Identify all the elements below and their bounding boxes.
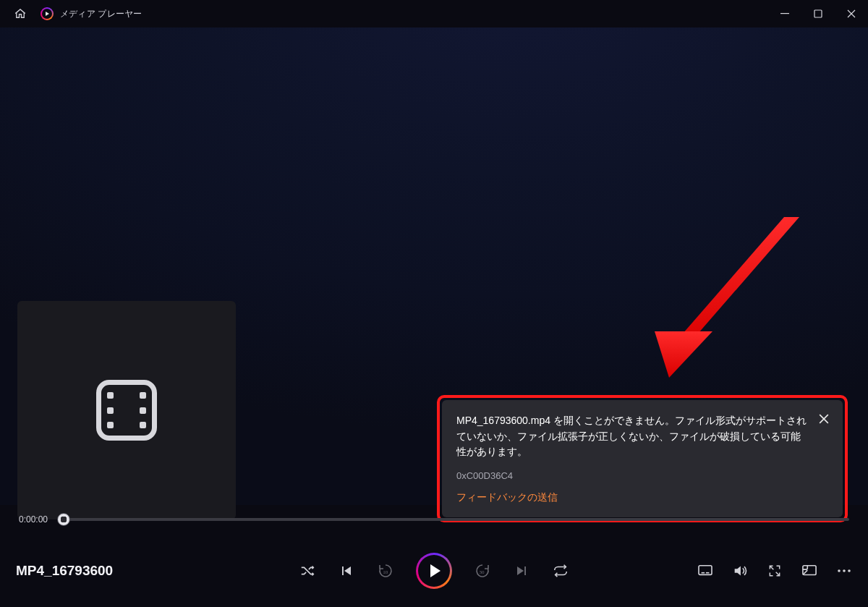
play-icon [430, 564, 441, 577]
volume-button[interactable] [732, 563, 748, 579]
playback-controls-bar: MP4_16793600 10 30 [0, 540, 868, 602]
repeat-icon [553, 563, 569, 579]
seek-slider[interactable] [64, 518, 849, 521]
volume-icon [732, 563, 748, 579]
shuffle-icon [299, 563, 315, 579]
next-button[interactable] [513, 562, 530, 580]
svg-rect-1 [814, 10, 822, 17]
previous-icon [340, 564, 353, 577]
app-title: メディア プレーヤー [60, 8, 142, 20]
mini-player-button[interactable] [801, 563, 817, 579]
home-icon [14, 7, 27, 20]
error-toast-close-button[interactable] [815, 410, 833, 428]
seek-thumb[interactable] [57, 513, 70, 526]
media-player-window: メディア プレーヤー [0, 0, 868, 607]
maximize-button[interactable] [801, 0, 835, 27]
close-button[interactable] [835, 0, 868, 27]
svg-rect-8 [699, 566, 712, 575]
more-button[interactable] [836, 563, 852, 579]
skip-back-10-icon: 10 [377, 561, 394, 580]
secondary-controls [569, 563, 852, 579]
current-time: 0:00:00 [19, 514, 51, 525]
more-icon [837, 569, 851, 573]
transport-controls: 10 30 [299, 553, 569, 589]
play-button[interactable] [416, 553, 452, 589]
skip-forward-30-icon: 30 [474, 561, 491, 580]
window-controls [768, 0, 868, 27]
media-thumbnail-placeholder [17, 301, 236, 519]
error-code: 0xC00D36C4 [456, 470, 828, 481]
svg-text:30: 30 [480, 569, 485, 575]
toast-close-icon [819, 414, 829, 424]
previous-button[interactable] [338, 562, 355, 580]
annotation-arrow [647, 217, 828, 383]
next-icon [515, 564, 528, 577]
captions-icon [697, 564, 713, 577]
minimize-button[interactable] [768, 0, 801, 27]
error-toast-highlight: MP4_16793600.mp4 を開くことができません。ファイル形式がサポート… [437, 395, 848, 522]
fullscreen-icon [767, 564, 782, 578]
media-player-app-icon [41, 7, 54, 20]
home-button[interactable] [10, 4, 30, 24]
minimize-icon [780, 9, 789, 18]
video-area: MP4_16793600.mp4 を開くことができません。ファイル形式がサポート… [0, 27, 868, 505]
fullscreen-button[interactable] [767, 563, 783, 579]
error-toast: MP4_16793600.mp4 を開くことができません。ファイル形式がサポート… [442, 400, 843, 517]
repeat-button[interactable] [552, 562, 569, 580]
skip-forward-30-button[interactable]: 30 [474, 562, 491, 580]
seek-bar-row: 0:00:00 [0, 506, 868, 532]
svg-rect-4 [342, 566, 344, 575]
maximize-icon [814, 9, 822, 18]
svg-rect-0 [780, 13, 789, 14]
shuffle-button[interactable] [299, 562, 316, 580]
svg-text:10: 10 [383, 569, 388, 575]
svg-marker-2 [673, 217, 799, 344]
svg-point-12 [848, 569, 851, 572]
titlebar: メディア プレーヤー [0, 0, 868, 27]
skip-back-10-button[interactable]: 10 [377, 562, 394, 580]
mini-player-icon [801, 564, 817, 578]
titlebar-left: メディア プレーヤー [0, 4, 142, 24]
send-feedback-link[interactable]: フィードバックの送信 [456, 491, 558, 504]
svg-marker-3 [655, 331, 712, 378]
close-icon [847, 9, 856, 18]
svg-rect-7 [524, 566, 526, 575]
app-icon: メディア プレーヤー [41, 4, 142, 24]
now-playing-title: MP4_16793600 [16, 563, 299, 579]
svg-point-11 [843, 569, 846, 572]
svg-point-10 [838, 569, 841, 572]
captions-button[interactable] [697, 563, 713, 579]
error-message: MP4_16793600.mp4 を開くことができません。ファイル形式がサポート… [456, 413, 828, 460]
film-icon [96, 380, 157, 441]
